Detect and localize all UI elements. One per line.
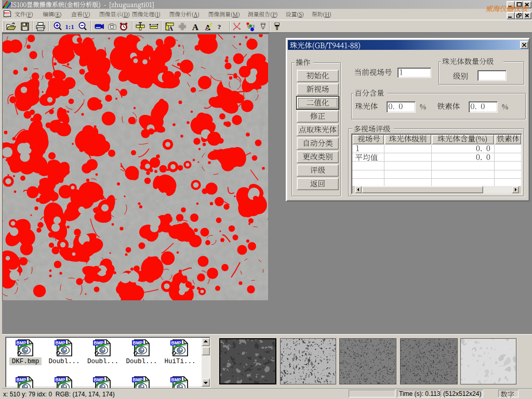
svg-text:A: A	[168, 25, 173, 32]
svg-text:2: 2	[250, 24, 252, 28]
svg-text:1:1: 1:1	[65, 23, 74, 31]
svg-text:?: ?	[218, 23, 221, 31]
svg-text:A: A	[192, 22, 199, 32]
svg-text:DOC: DOC	[4, 11, 10, 15]
